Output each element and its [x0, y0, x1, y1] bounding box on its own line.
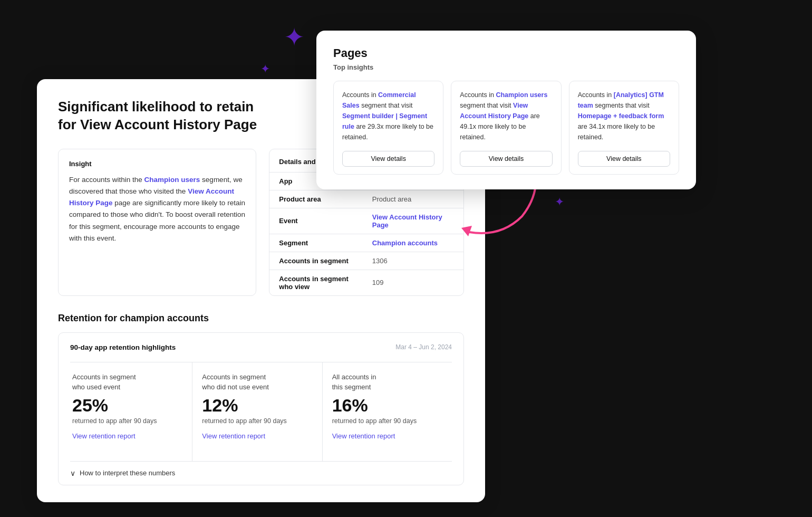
- col3-label: All accounts inthis segment: [332, 372, 442, 392]
- table-row: Product area Product area: [269, 190, 463, 208]
- col3-percent: 16%: [332, 396, 442, 415]
- view-account-history-link[interactable]: View Account History Page: [69, 187, 234, 207]
- view-account-history-link-2[interactable]: View Account History Page: [460, 102, 528, 120]
- pages-title: Pages: [333, 46, 679, 60]
- chevron-down-icon: ∨: [70, 469, 75, 477]
- insight-card-3-text: Accounts in [Analytics] GTM team segment…: [578, 90, 670, 142]
- view-details-btn-2[interactable]: View details: [460, 151, 552, 167]
- col2-sub: returned to app after 90 days: [202, 417, 312, 425]
- segment-builder-link[interactable]: Segment builder | Segment rule: [342, 112, 427, 130]
- homepage-feedback-link[interactable]: Homepage + feedback form: [578, 112, 664, 120]
- pages-subtitle: Top insights: [333, 63, 679, 71]
- col3-sub: returned to app after 90 days: [332, 417, 442, 425]
- commercial-sales-link[interactable]: Commercial Sales: [342, 91, 416, 109]
- event-link[interactable]: View Account History Page: [372, 213, 442, 229]
- insight-box: Insight For accounts within the Champion…: [58, 149, 256, 296]
- details-table: App Acme.co Product area Product area Ev…: [269, 172, 463, 295]
- col2-label: Accounts in segmentwho did not use event: [202, 372, 312, 392]
- retention-box: 90-day app retention highlights Mar 4 – …: [58, 332, 464, 485]
- insight-card-1: Accounts in Commercial Sales segment tha…: [333, 81, 443, 175]
- view-details-btn-1[interactable]: View details: [342, 151, 434, 167]
- retention-col-3: All accounts inthis segment 16% returned…: [323, 362, 452, 461]
- retention-box-title: 90-day app retention highlights: [70, 343, 176, 351]
- interpret-label: How to interpret these numbers: [80, 469, 175, 477]
- champion-users-link-2[interactable]: Champion users: [496, 91, 547, 99]
- segment-link[interactable]: Champion accounts: [372, 239, 438, 247]
- col1-percent: 25%: [72, 396, 182, 415]
- insight-text: For accounts within the Champion users s…: [69, 174, 245, 245]
- retention-col-2: Accounts in segmentwho did not use event…: [192, 362, 322, 461]
- retention-date: Mar 4 – Jun 2, 2024: [395, 343, 452, 351]
- retention-columns: Accounts in segmentwho used event 25% re…: [70, 362, 452, 461]
- table-row: Accounts in segment who view 109: [269, 270, 463, 295]
- retention-section-title: Retention for champion accounts: [58, 313, 464, 324]
- col1-retention-report-link[interactable]: View retention report: [72, 432, 182, 440]
- view-details-btn-3[interactable]: View details: [578, 151, 670, 167]
- insight-card-1-text: Accounts in Commercial Sales segment tha…: [342, 90, 434, 142]
- retention-header: 90-day app retention highlights Mar 4 – …: [70, 343, 452, 351]
- insight-card-3: Accounts in [Analytics] GTM team segment…: [569, 81, 679, 175]
- insights-grid: Accounts in Commercial Sales segment tha…: [333, 81, 679, 175]
- pages-card: Pages Top insights Accounts in Commercia…: [316, 31, 696, 189]
- sparkle-small-icon: ✦: [260, 62, 270, 76]
- insight-card-2-text: Accounts in Champion users segment that …: [460, 90, 552, 142]
- table-row: Segment Champion accounts: [269, 234, 463, 252]
- table-row: Event View Account History Page: [269, 208, 463, 234]
- col2-retention-report-link[interactable]: View retention report: [202, 432, 312, 440]
- col1-label: Accounts in segmentwho used event: [72, 372, 182, 392]
- sparkle-right-icon: ✦: [555, 195, 564, 209]
- sparkle-large-icon: ✦: [284, 22, 305, 52]
- table-row: Accounts in segment 1306: [269, 252, 463, 270]
- col3-retention-report-link[interactable]: View retention report: [332, 432, 442, 440]
- col1-sub: returned to app after 90 days: [72, 417, 182, 425]
- col2-percent: 12%: [202, 396, 312, 415]
- insight-card-2: Accounts in Champion users segment that …: [451, 81, 561, 175]
- champion-users-link[interactable]: Champion users: [144, 176, 200, 184]
- interpret-row[interactable]: ∨ How to interpret these numbers: [70, 461, 452, 485]
- insight-label: Insight: [69, 160, 245, 168]
- retention-col-1: Accounts in segmentwho used event 25% re…: [70, 362, 192, 461]
- gtm-team-link[interactable]: [Analytics] GTM team: [578, 91, 664, 109]
